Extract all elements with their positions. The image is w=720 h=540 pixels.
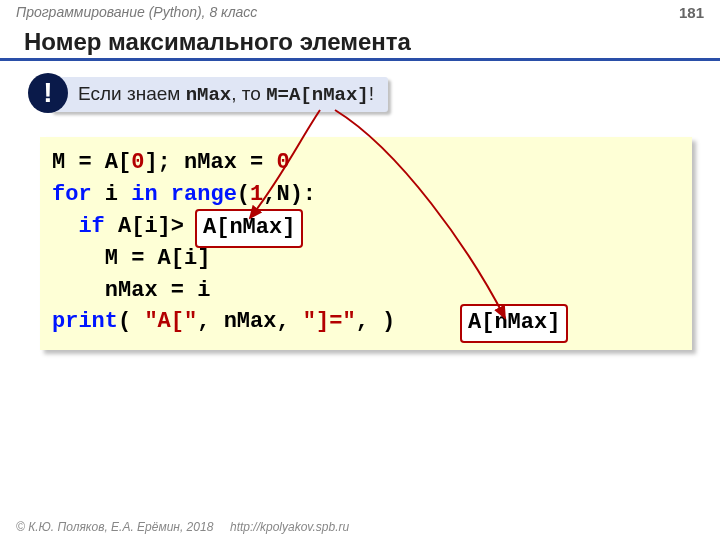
t: "]=" xyxy=(303,309,356,334)
t: ]; nMax = xyxy=(144,150,276,175)
t: ,N): xyxy=(263,182,316,207)
callout-text-pre: Если знаем xyxy=(78,83,186,104)
code-line-5: nMax = i xyxy=(52,275,680,307)
t: ( xyxy=(237,182,250,207)
t: nMax = i xyxy=(105,278,211,303)
course-label: Программирование (Python), 8 класс xyxy=(16,4,257,26)
footer: © К.Ю. Поляков, Е.А. Ерёмин, 2018 http:/… xyxy=(16,520,349,534)
callout-text-post: ! xyxy=(369,83,374,104)
page-title: Номер максимального элемента xyxy=(0,26,720,61)
t: ( xyxy=(118,309,144,334)
code-line-4: M = A[i] xyxy=(52,243,680,275)
t: in xyxy=(131,182,157,207)
highlight-a-nmax-2: A[nMax] xyxy=(460,304,568,343)
callout-text-mid: , то xyxy=(231,83,266,104)
t: , ) xyxy=(356,309,396,334)
callout-mono2: M=A[nMax] xyxy=(266,84,369,106)
t: i xyxy=(92,182,132,207)
t: 0 xyxy=(276,150,289,175)
highlight-a-nmax-1: A[nMax] xyxy=(195,209,303,248)
code-line-6: print( "A[", nMax, "]=", ) xyxy=(52,306,680,338)
callout-mono1: nMax xyxy=(186,84,232,106)
footer-copy: © К.Ю. Поляков, Е.А. Ерёмин, 2018 xyxy=(16,520,213,534)
t: range xyxy=(171,182,237,207)
t: , nMax, xyxy=(197,309,303,334)
t: print xyxy=(52,309,118,334)
t: 1 xyxy=(250,182,263,207)
t: M = A[i] xyxy=(105,246,211,271)
code-block: M = A[0]; nMax = 0 for i in range(1,N): … xyxy=(40,137,692,350)
code-line-1: M = A[0]; nMax = 0 xyxy=(52,147,680,179)
code-line-2: for i in range(1,N): xyxy=(52,179,680,211)
t: "A[" xyxy=(144,309,197,334)
t xyxy=(158,182,171,207)
t: 0 xyxy=(131,150,144,175)
exclamation-badge: ! xyxy=(28,73,68,113)
topbar: Программирование (Python), 8 класс 181 xyxy=(0,0,720,26)
footer-link[interactable]: http://kpolyakov.spb.ru xyxy=(230,520,349,534)
page-number: 181 xyxy=(679,4,704,26)
callout-box: Если знаем nMax, то M=A[nMax]! xyxy=(50,77,388,112)
t: for xyxy=(52,182,92,207)
code-line-3: if A[i]> : xyxy=(52,211,680,243)
t: if xyxy=(78,214,104,239)
callout: ! Если знаем nMax, то M=A[nMax]! xyxy=(28,75,720,121)
t: M = A[ xyxy=(52,150,131,175)
